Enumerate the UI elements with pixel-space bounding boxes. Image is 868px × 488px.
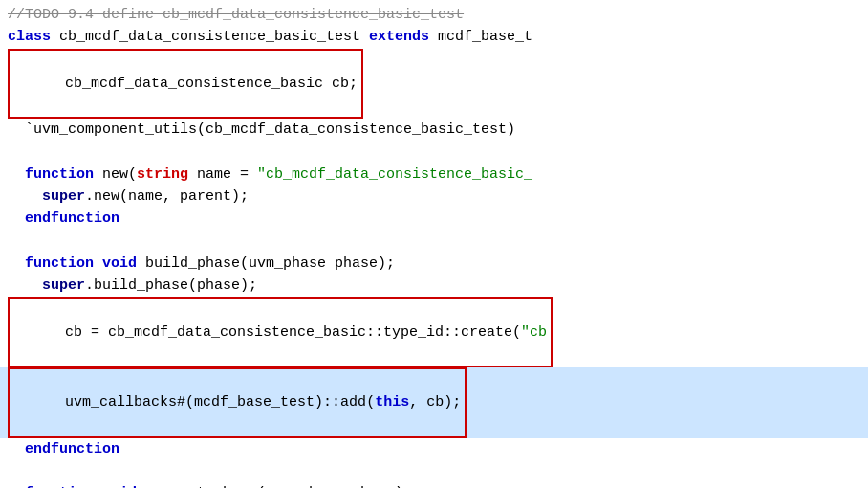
code-line-cb-decl: cb_mcdf_data_consistence_basic cb;	[0, 49, 868, 120]
boxed-uvm-callbacks: uvm_callbacks#(mcdf_base_test)::add(this…	[8, 367, 467, 438]
super-build-call: .build_phase(phase);	[85, 275, 257, 297]
keyword-string: string	[137, 164, 197, 186]
code-line-class: class cb_mcdf_data_consistence_basic_tes…	[0, 26, 868, 48]
code-line-function-new: function new(string name = "cb_mcdf_data…	[0, 164, 868, 186]
code-line-super-build: super.build_phase(phase);	[0, 275, 868, 297]
super-new-call: .new(name, parent);	[85, 186, 249, 208]
code-line-endfunction-1: endfunction	[0, 208, 868, 230]
code-line-comment: //TODO 9.4 define cb_mcdf_data_consisten…	[0, 4, 868, 26]
keyword-function-3: function	[25, 482, 102, 488]
indent3	[8, 208, 25, 230]
keyword-super-1: super	[42, 186, 85, 208]
fn-new-params: name =	[197, 164, 257, 186]
keyword-void-1: void	[102, 253, 145, 275]
uvm-callbacks-text: uvm_callbacks	[65, 394, 177, 410]
code-line-cb-create: cb = cb_mcdf_data_consistence_basic::typ…	[0, 297, 868, 367]
callbacks-type: (mcdf_base_test)	[185, 394, 323, 410]
keyword-extends: extends	[369, 26, 438, 48]
backtick-utils: `uvm_component_utils(cb_mcdf_data_consis…	[8, 119, 515, 141]
indent4	[8, 253, 25, 275]
indent5	[8, 275, 42, 297]
double-colon: ::	[323, 394, 340, 410]
keyword-endfunction-2: endfunction	[25, 438, 119, 460]
code-line-function-connect: function void connect_phase(uvm_phase ph…	[0, 482, 868, 488]
fn-new-name: new(	[102, 164, 137, 186]
indent1	[8, 164, 25, 186]
indent2	[8, 186, 42, 208]
cb-decl-text: cb_mcdf_data_consistence_basic cb;	[65, 76, 358, 92]
code-editor: //TODO 9.4 define cb_mcdf_data_consisten…	[0, 0, 868, 488]
code-line-super-new: super.new(name, parent);	[0, 186, 868, 208]
open-paren: (	[366, 394, 375, 410]
keyword-super-2: super	[42, 275, 85, 297]
cb-arg: , cb);	[409, 394, 461, 410]
keyword-function-1: function	[25, 164, 102, 186]
fn-new-default: "cb_mcdf_data_consistence_basic_	[257, 164, 532, 186]
code-line-uvm-utils: `uvm_component_utils(cb_mcdf_data_consis…	[0, 119, 868, 141]
code-line-uvm-callbacks: uvm_callbacks#(mcdf_base_test)::add(this…	[0, 367, 868, 438]
comment-text: //TODO 9.4 define cb_mcdf_data_consisten…	[8, 4, 464, 26]
boxed-cb-create: cb = cb_mcdf_data_consistence_basic::typ…	[8, 297, 553, 367]
boxed-cb-declaration: cb_mcdf_data_consistence_basic cb;	[8, 49, 363, 120]
keyword-this-1: this	[375, 394, 409, 410]
keyword-endfunction-1: endfunction	[25, 208, 119, 230]
indent7	[8, 482, 25, 488]
hash-sign: #	[177, 394, 185, 410]
base-class: mcdf_base_t	[438, 26, 532, 48]
connect-phase-sig: connect_phase(uvm_phase phase);	[145, 482, 412, 488]
add-method: add	[340, 394, 366, 410]
keyword-function-2: function	[25, 253, 102, 275]
class-name: cb_mcdf_data_consistence_basic_test	[59, 26, 369, 48]
cb-create-string: "cb	[521, 324, 547, 341]
code-line-function-build: function void build_phase(uvm_phase phas…	[0, 253, 868, 275]
indent6	[8, 438, 25, 460]
code-line-blank-2	[0, 231, 868, 253]
build-phase-sig: build_phase(uvm_phase phase);	[145, 253, 395, 275]
code-line-blank-1	[0, 142, 868, 164]
keyword-class: class	[8, 26, 59, 48]
keyword-void-2: void	[102, 482, 145, 488]
code-line-blank-3	[0, 460, 868, 482]
cb-create-text: cb = cb_mcdf_data_consistence_basic::typ…	[65, 324, 521, 341]
code-line-endfunction-2: endfunction	[0, 438, 868, 460]
